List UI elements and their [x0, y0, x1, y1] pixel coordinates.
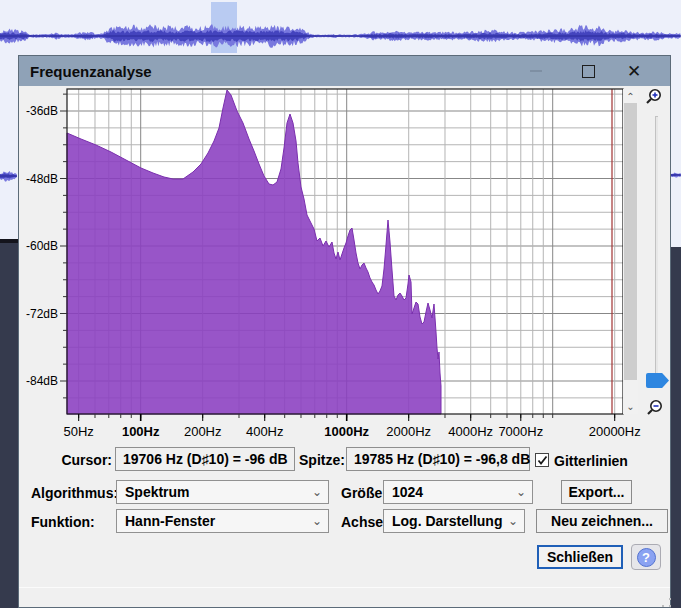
size-value: 1024 — [392, 484, 423, 500]
checkbox-check-icon — [537, 455, 548, 466]
background-waveform-track — [0, 0, 681, 55]
axis-select[interactable]: Log. Darstellung ⌄ — [383, 509, 525, 533]
schliessen-button[interactable]: Schließen — [537, 545, 623, 569]
plot-vertical-scrollbar[interactable]: ⌃ ⌄ — [623, 89, 638, 414]
size-select[interactable]: 1024 ⌄ — [383, 480, 533, 504]
scrollbar-down-arrow-icon[interactable]: ⌄ — [623, 399, 638, 414]
frequency-analysis-dialog: Frequenzanalyse ✕ -36dB-48dB-60dB-72dB-8… — [18, 55, 671, 608]
scrollbar-up-arrow-icon[interactable]: ⌃ — [623, 89, 638, 104]
x-axis-tick-label: 400Hz — [246, 424, 284, 439]
y-axis-tick-label: -60dB — [26, 239, 58, 253]
backdrop-right — [671, 247, 681, 608]
zoom-slider-track[interactable] — [655, 116, 658, 384]
background-waveform-right-fragment — [671, 168, 681, 182]
x-axis-tick-label: 1000Hz — [324, 424, 369, 439]
redraw-button[interactable]: Neu zeichnen... — [536, 509, 668, 533]
algorithm-value: Spektrum — [125, 484, 190, 500]
dialog-title: Frequenzanalyse — [19, 63, 152, 80]
chevron-down-icon: ⌄ — [508, 510, 518, 532]
gridlines-label: Gitterlinien — [554, 453, 628, 469]
resize-grip[interactable] — [662, 598, 671, 607]
y-axis-tick-label: -84dB — [26, 374, 58, 388]
cursor-readout: 19706 Hz (D♯10) = -96 dB — [115, 447, 295, 471]
chevron-down-icon: ⌄ — [312, 510, 322, 532]
export-button[interactable]: Export... — [561, 480, 632, 504]
axis-label: Achse: — [341, 514, 388, 530]
algorithm-label: Algorithmus: — [31, 485, 118, 501]
function-select[interactable]: Hann-Fenster ⌄ — [116, 509, 329, 533]
background-waveform-left-fragment — [0, 165, 18, 187]
spectrum-plot[interactable]: -36dB-48dB-60dB-72dB-84dB50Hz100Hz200Hz4… — [19, 82, 672, 474]
axis-value: Log. Darstellung — [392, 513, 502, 529]
chevron-down-icon: ⌄ — [516, 481, 526, 503]
size-label: Größe: — [341, 485, 387, 501]
zoom-in-icon[interactable] — [644, 87, 664, 107]
x-axis-tick-label: 100Hz — [122, 424, 160, 439]
function-value: Hann-Fenster — [125, 513, 215, 529]
statusbar-divider — [19, 587, 670, 588]
function-label: Funktion: — [31, 514, 95, 530]
x-axis-tick-label: 4000Hz — [448, 424, 493, 439]
algorithm-select[interactable]: Spektrum ⌄ — [116, 480, 329, 504]
x-axis-tick-label: 200Hz — [184, 424, 222, 439]
backdrop-left — [0, 243, 18, 608]
cursor-label: Cursor: — [29, 452, 112, 468]
gridlines-checkbox[interactable] — [535, 453, 549, 467]
close-icon: ✕ — [627, 63, 641, 80]
minimize-icon — [530, 70, 542, 72]
y-axis-tick-label: -36dB — [26, 104, 58, 118]
zoom-out-icon[interactable] — [645, 398, 665, 418]
y-axis-tick-label: -48dB — [26, 172, 58, 186]
peak-label: Spitze: — [299, 452, 343, 468]
y-axis-tick-label: -72dB — [26, 307, 58, 321]
chevron-down-icon: ⌄ — [312, 481, 322, 503]
x-axis-tick-label: 2000Hz — [386, 424, 431, 439]
x-axis-tick-label: 7000Hz — [498, 424, 543, 439]
x-axis-tick-label: 20000Hz — [589, 424, 641, 439]
help-icon: ? — [637, 548, 656, 567]
maximize-icon — [582, 65, 595, 78]
x-axis-tick-label: 50Hz — [64, 424, 94, 439]
help-button[interactable]: ? — [631, 544, 661, 570]
scrollbar-thumb[interactable] — [624, 103, 637, 380]
peak-readout: 19785 Hz (D♯10) = -96,8 dB — [346, 447, 530, 471]
